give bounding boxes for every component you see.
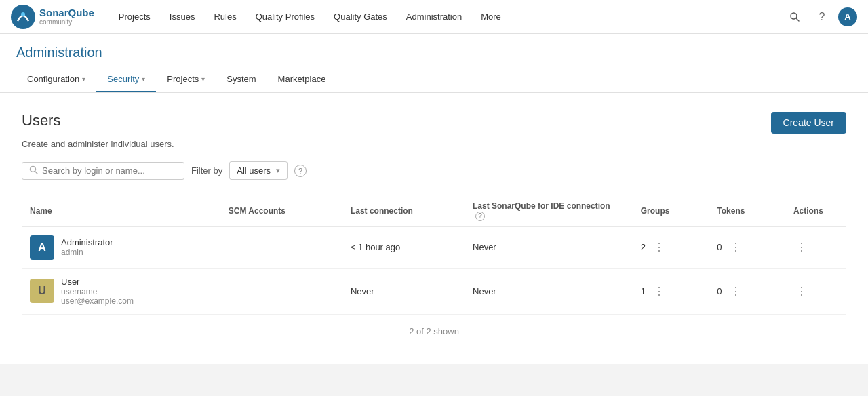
subnav-projects[interactable]: Projects ▾ <box>156 68 216 92</box>
svg-point-0 <box>11 5 35 29</box>
name-cell-admin: A Administrator admin <box>22 226 220 268</box>
groups-count: 2 <box>641 242 646 252</box>
last-connection-user: Never <box>342 268 465 314</box>
user-avatar[interactable]: A <box>838 7 857 26</box>
actions-cell-user: ⋮ <box>785 268 846 314</box>
col-header-scm: SCM Accounts <box>220 196 342 226</box>
subnav-system[interactable]: System <box>216 68 267 92</box>
user-name: User <box>61 277 134 287</box>
col-header-last-connection: Last connection <box>342 196 465 226</box>
tokens-cell-user: 0 ⋮ <box>709 268 785 314</box>
col-header-ide-connection: Last SonarQube for IDE connection ? <box>465 196 633 226</box>
table-row: A Administrator admin < 1 hour ago Never… <box>22 226 846 268</box>
avatar: A <box>30 235 54 260</box>
nav-projects[interactable]: Projects <box>111 0 159 34</box>
user-email: user@example.com <box>61 296 134 306</box>
chevron-down-icon: ▾ <box>201 75 205 83</box>
nav-links: Projects Issues Rules Quality Profiles Q… <box>111 0 784 34</box>
svg-point-1 <box>21 12 25 16</box>
logo[interactable]: SonarQube community <box>11 5 94 29</box>
user-login: username <box>61 287 134 296</box>
table-row: U User username user@example.com Never N… <box>22 268 846 314</box>
search-button[interactable] <box>784 6 806 28</box>
page-header: Administration Configuration ▾ Security … <box>0 34 868 93</box>
filter-label: Filter by <box>191 165 222 176</box>
sub-nav: Configuration ▾ Security ▾ Projects ▾ Sy… <box>16 68 852 92</box>
groups-cell-user: 1 ⋮ <box>633 268 709 314</box>
chevron-down-icon: ▾ <box>82 75 85 83</box>
avatar: U <box>30 279 54 303</box>
nav-more[interactable]: More <box>473 0 509 34</box>
help-button[interactable]: ? <box>811 6 833 28</box>
groups-menu-button[interactable]: ⋮ <box>651 283 667 299</box>
actions-menu-button[interactable]: ⋮ <box>793 283 810 299</box>
nav-rules[interactable]: Rules <box>205 0 244 34</box>
logo-sonarqube: SonarQube <box>39 7 94 19</box>
search-icon <box>29 165 38 176</box>
actions-menu-button[interactable]: ⋮ <box>793 239 810 255</box>
user-name: Administrator <box>61 237 113 248</box>
user-login: admin <box>61 248 113 257</box>
col-header-name: Name <box>22 196 220 226</box>
ide-connection-help-icon[interactable]: ? <box>475 212 485 221</box>
chevron-down-icon: ▾ <box>142 75 145 83</box>
col-header-actions: Actions <box>785 196 846 226</box>
filter-help-icon[interactable]: ? <box>294 165 307 177</box>
last-connection-admin: < 1 hour ago <box>342 226 465 268</box>
actions-cell-admin: ⋮ <box>785 226 846 268</box>
main-content: Users Create User Create and administer … <box>0 93 868 364</box>
search-input[interactable] <box>42 165 177 176</box>
logo-community: community <box>39 18 94 26</box>
svg-line-3 <box>796 18 799 21</box>
groups-count: 1 <box>641 286 646 296</box>
tokens-cell-admin: 0 ⋮ <box>709 226 785 268</box>
users-table: Name SCM Accounts Last connection Last S… <box>22 196 846 315</box>
scm-cell-admin <box>220 226 342 268</box>
nav-issues[interactable]: Issues <box>161 0 203 34</box>
groups-menu-button[interactable]: ⋮ <box>651 239 667 255</box>
nav-quality-gates[interactable]: Quality Gates <box>326 0 395 34</box>
filter-select[interactable]: All users ▾ <box>229 161 288 180</box>
chevron-down-icon: ▾ <box>276 166 280 175</box>
subnav-marketplace[interactable]: Marketplace <box>267 68 337 92</box>
col-header-tokens: Tokens <box>709 196 785 226</box>
svg-line-5 <box>35 171 38 174</box>
search-box[interactable] <box>22 162 184 180</box>
create-user-button[interactable]: Create User <box>771 112 846 134</box>
groups-cell-admin: 2 ⋮ <box>633 226 709 268</box>
subnav-configuration[interactable]: Configuration ▾ <box>16 68 96 92</box>
filter-bar: Filter by All users ▾ ? <box>22 161 846 180</box>
ide-connection-user: Never <box>465 268 633 314</box>
users-description: Create and administer individual users. <box>22 139 846 149</box>
nav-quality-profiles[interactable]: Quality Profiles <box>248 0 323 34</box>
users-header: Users Create User <box>22 112 846 134</box>
name-cell-user: U User username user@example.com <box>22 268 220 314</box>
tokens-menu-button[interactable]: ⋮ <box>728 283 744 299</box>
ide-connection-admin: Never <box>465 226 633 268</box>
nav-right: ? A <box>784 6 857 28</box>
scm-cell-user <box>220 268 342 314</box>
top-nav: SonarQube community Projects Issues Rule… <box>0 0 868 34</box>
tokens-menu-button[interactable]: ⋮ <box>728 239 744 255</box>
tokens-count: 0 <box>717 286 722 296</box>
page-title: Administration <box>16 45 852 60</box>
filter-value: All users <box>237 165 271 176</box>
col-header-groups: Groups <box>633 196 709 226</box>
subnav-security[interactable]: Security ▾ <box>96 68 156 92</box>
nav-administration[interactable]: Administration <box>398 0 470 34</box>
tokens-count: 0 <box>717 242 722 252</box>
users-title: Users <box>22 112 60 130</box>
shown-count: 2 of 2 shown <box>22 315 846 336</box>
